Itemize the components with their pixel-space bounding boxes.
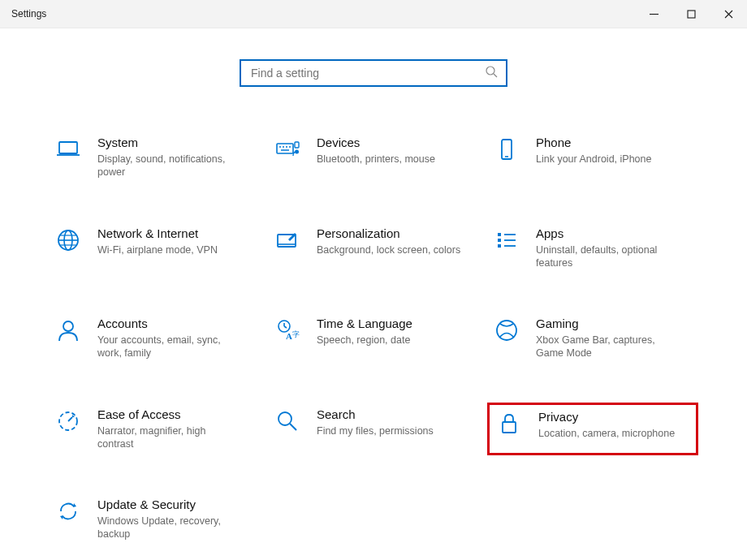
svg-point-4 <box>486 67 494 75</box>
tile-desc: Your accounts, email, sync, work, family <box>97 334 244 360</box>
tile-title: System <box>97 136 244 149</box>
svg-rect-29 <box>498 244 501 248</box>
search-container <box>0 59 747 87</box>
tile-title: Personalization <box>317 226 460 240</box>
tile-desc: Bluetooth, printers, mouse <box>317 153 435 166</box>
settings-grid: SystemDisplay, sound, notifications, pow… <box>49 131 698 546</box>
tile-title: Time & Language <box>317 317 412 330</box>
tile-personalization[interactable]: PersonalizationBackground, lock screen, … <box>268 222 479 275</box>
svg-line-5 <box>494 74 497 77</box>
person-icon <box>54 317 83 346</box>
tile-network[interactable]: Network & InternetWi-Fi, airplane mode, … <box>49 222 260 275</box>
tile-title: Phone <box>536 136 651 149</box>
tile-desc: Speech, region, date <box>317 334 412 347</box>
phone-icon <box>492 136 521 165</box>
tile-desc: Wi-Fi, airplane mode, VPN <box>97 243 218 256</box>
maximize-icon <box>687 10 696 19</box>
svg-text:字: 字 <box>292 330 300 338</box>
tile-desc: Link your Android, iPhone <box>536 153 651 166</box>
tile-title: Network & Internet <box>97 226 218 240</box>
tile-title: Apps <box>536 226 682 240</box>
search-input[interactable] <box>249 66 485 80</box>
content-area: SystemDisplay, sound, notifications, pow… <box>0 28 747 546</box>
time-language-icon: A字 <box>273 317 302 346</box>
maximize-button[interactable] <box>672 0 710 28</box>
xbox-icon <box>492 317 521 346</box>
svg-text:A: A <box>286 331 292 341</box>
minimize-button[interactable] <box>635 0 672 28</box>
svg-rect-14 <box>295 142 299 148</box>
ease-of-access-icon <box>54 407 83 437</box>
tile-desc: Find my files, permissions <box>317 424 434 437</box>
search-icon <box>485 65 498 81</box>
svg-rect-8 <box>277 144 293 153</box>
laptop-icon <box>54 136 83 165</box>
minimize-icon <box>650 10 658 19</box>
svg-point-15 <box>295 150 299 154</box>
svg-rect-42 <box>503 422 516 433</box>
tile-desc: Xbox Game Bar, captures, Game Mode <box>536 334 682 360</box>
tile-title: Privacy <box>538 410 675 424</box>
svg-rect-6 <box>59 142 77 153</box>
tile-title: Accounts <box>97 317 244 330</box>
keyboard-icon <box>273 136 302 165</box>
tile-desc: Windows Update, recovery, backup <box>97 515 244 541</box>
tile-desc: Location, camera, microphone <box>538 427 675 440</box>
tile-desc: Display, sound, notifications, power <box>97 153 244 179</box>
svg-marker-43 <box>73 503 76 507</box>
titlebar: Settings <box>0 0 747 28</box>
tile-devices[interactable]: DevicesBluetooth, printers, mouse <box>268 131 479 184</box>
tile-gaming[interactable]: GamingXbox Game Bar, captures, Game Mode <box>487 312 698 365</box>
tile-system[interactable]: SystemDisplay, sound, notifications, pow… <box>49 131 260 184</box>
tile-phone[interactable]: PhoneLink your Android, iPhone <box>487 131 698 184</box>
svg-line-41 <box>290 424 296 430</box>
window-title: Settings <box>11 8 46 19</box>
tile-privacy[interactable]: PrivacyLocation, camera, microphone <box>487 403 698 456</box>
tile-title: Ease of Access <box>97 407 244 421</box>
svg-rect-1 <box>688 11 695 18</box>
svg-point-40 <box>279 412 291 425</box>
apps-list-icon <box>492 226 521 256</box>
tile-search[interactable]: SearchFind my files, permissions <box>268 403 479 456</box>
sync-icon <box>54 498 83 527</box>
magnifier-icon <box>273 407 302 437</box>
close-button[interactable] <box>710 0 747 28</box>
tile-title: Update & Security <box>97 498 244 511</box>
tile-title: Devices <box>317 136 435 149</box>
tile-title: Search <box>317 407 434 421</box>
svg-rect-27 <box>498 239 501 242</box>
tile-time-language[interactable]: A字 Time & LanguageSpeech, region, date <box>268 312 479 365</box>
tile-apps[interactable]: AppsUninstall, defaults, optional featur… <box>487 222 698 275</box>
tile-desc: Narrator, magnifier, high contrast <box>97 424 244 451</box>
tile-desc: Uninstall, defaults, optional features <box>536 243 682 270</box>
tile-ease-of-access[interactable]: Ease of AccessNarrator, magnifier, high … <box>49 403 260 456</box>
svg-rect-25 <box>498 233 501 236</box>
window-controls <box>635 0 747 28</box>
tile-update-security[interactable]: Update & SecurityWindows Update, recover… <box>49 493 260 546</box>
svg-point-31 <box>63 321 73 331</box>
paintbrush-icon <box>273 226 302 256</box>
svg-line-34 <box>284 326 287 328</box>
globe-icon <box>54 226 83 256</box>
svg-marker-44 <box>60 515 63 519</box>
search-box[interactable] <box>240 59 507 87</box>
lock-icon <box>494 410 524 439</box>
close-icon <box>724 10 733 19</box>
tile-accounts[interactable]: AccountsYour accounts, email, sync, work… <box>49 312 260 365</box>
tile-title: Gaming <box>536 317 682 330</box>
tile-desc: Background, lock screen, colors <box>317 243 460 256</box>
